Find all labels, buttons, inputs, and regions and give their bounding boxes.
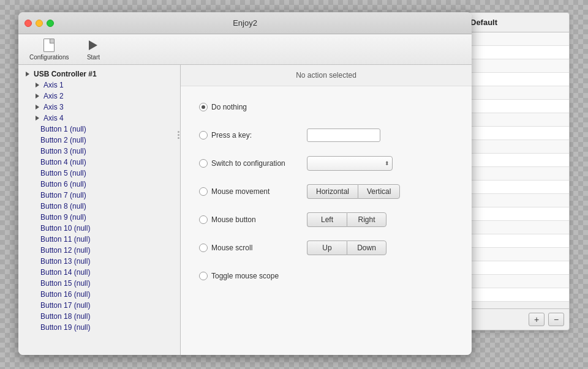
window-title: Enjoy2 xyxy=(233,18,257,28)
right-panel-row xyxy=(463,181,569,194)
btn16-label: Button 16 (null) xyxy=(40,290,90,299)
toggle-mouse-scope-radio-group[interactable]: Toggle mouse scope xyxy=(199,272,297,280)
sidebar-item-axis4[interactable]: Axis 4 xyxy=(18,113,180,124)
start-icon xyxy=(86,38,100,53)
axis4-triangle xyxy=(36,116,39,121)
btn18-label: Button 18 (null) xyxy=(40,312,90,321)
sidebar-item-btn14[interactable]: Button 14 (null) xyxy=(18,267,180,278)
btn6-label: Button 6 (null) xyxy=(40,180,86,188)
minimize-button[interactable] xyxy=(36,20,43,27)
config-select-arrow-icon: ⬍ xyxy=(385,160,390,166)
sidebar-item-btn9[interactable]: Button 9 (null) xyxy=(18,212,180,223)
mouse-scroll-row: Mouse scroll Up Down xyxy=(199,239,453,256)
sidebar: USB Controller #1 Axis 1 Axis 2 Axis 3 A… xyxy=(18,65,181,355)
btn3-label: Button 3 (null) xyxy=(40,147,86,155)
btn5-label: Button 5 (null) xyxy=(40,169,86,177)
down-button[interactable]: Down xyxy=(347,240,386,255)
sidebar-item-btn1[interactable]: Button 1 (null) xyxy=(18,124,180,135)
mouse-movement-row: Mouse movement Horizontal Vertical xyxy=(199,183,453,200)
key-input[interactable] xyxy=(307,129,380,142)
btn19-label: Button 19 (null) xyxy=(40,323,90,332)
do-nothing-radio-group[interactable]: Do nothing xyxy=(199,103,297,111)
btn9-label: Button 9 (null) xyxy=(40,213,86,222)
traffic-lights xyxy=(24,20,54,27)
mouse-button-controls: Left Right xyxy=(307,212,386,227)
configurations-icon xyxy=(42,38,56,53)
configurations-button[interactable]: Configurations xyxy=(26,35,72,63)
mouse-movement-radio-group[interactable]: Mouse movement xyxy=(199,187,297,196)
configurations-label: Configurations xyxy=(29,54,69,61)
right-panel-row xyxy=(463,221,569,234)
right-panel-row xyxy=(463,248,569,261)
close-button[interactable] xyxy=(24,20,32,27)
sidebar-item-btn6[interactable]: Button 6 (null) xyxy=(18,179,180,190)
up-button[interactable]: Up xyxy=(307,240,347,255)
mouse-scroll-controls: Up Down xyxy=(307,240,386,255)
mouse-button-radio-group[interactable]: Mouse button xyxy=(199,215,297,224)
config-select[interactable]: ⬍ xyxy=(307,156,393,171)
right-panel-row xyxy=(463,127,569,140)
resize-dot xyxy=(178,134,179,136)
controller-triangle xyxy=(26,72,29,76)
sidebar-item-btn15[interactable]: Button 15 (null) xyxy=(18,278,180,289)
sidebar-item-btn16[interactable]: Button 16 (null) xyxy=(18,289,180,300)
switch-config-radio-group[interactable]: Switch to configuration xyxy=(199,159,297,168)
sidebar-item-btn5[interactable]: Button 5 (null) xyxy=(18,168,180,179)
toggle-mouse-scope-radio[interactable] xyxy=(199,272,208,280)
sidebar-item-btn11[interactable]: Button 11 (null) xyxy=(18,234,180,245)
sidebar-item-btn8[interactable]: Button 8 (null) xyxy=(18,201,180,212)
start-button[interactable]: Start xyxy=(82,35,104,63)
mouse-movement-radio[interactable] xyxy=(199,187,208,196)
toggle-mouse-scope-label: Toggle mouse scope xyxy=(211,272,279,280)
right-panel-row xyxy=(463,154,569,167)
mouse-scroll-radio[interactable] xyxy=(199,244,208,252)
switch-config-radio[interactable] xyxy=(199,159,208,168)
sidebar-resize-handle[interactable] xyxy=(176,125,181,144)
press-key-row: Press a key: xyxy=(199,127,453,144)
horizontal-button[interactable]: Horizontal xyxy=(307,184,358,199)
btn2-label: Button 2 (null) xyxy=(40,136,86,144)
press-key-radio-group[interactable]: Press a key: xyxy=(199,131,297,140)
toggle-mouse-scope-row: Toggle mouse scope xyxy=(199,267,453,285)
remove-config-button[interactable]: − xyxy=(548,313,564,326)
controller-item[interactable]: USB Controller #1 xyxy=(18,69,180,80)
maximize-button[interactable] xyxy=(47,20,54,27)
btn14-label: Button 14 (null) xyxy=(40,268,90,277)
right-panel-row xyxy=(463,113,569,127)
sidebar-item-axis2[interactable]: Axis 2 xyxy=(18,91,180,102)
right-panel: Default + − xyxy=(462,12,570,330)
btn1-label: Button 1 (null) xyxy=(40,125,86,133)
sidebar-item-axis1[interactable]: Axis 1 xyxy=(18,80,180,91)
sidebar-item-axis3[interactable]: Axis 3 xyxy=(18,102,180,113)
left-button[interactable]: Left xyxy=(307,212,347,227)
mouse-button-radio[interactable] xyxy=(199,215,208,224)
right-panel-row xyxy=(463,32,569,46)
switch-config-label: Switch to configuration xyxy=(211,159,285,168)
sidebar-item-btn18[interactable]: Button 18 (null) xyxy=(18,311,180,322)
resize-dot xyxy=(178,137,179,139)
axis2-triangle xyxy=(36,94,39,99)
btn4-label: Button 4 (null) xyxy=(40,158,86,166)
sidebar-item-btn3[interactable]: Button 3 (null) xyxy=(18,146,180,157)
mouse-scroll-radio-group[interactable]: Mouse scroll xyxy=(199,244,297,252)
right-panel-row xyxy=(463,275,569,288)
sidebar-item-btn2[interactable]: Button 2 (null) xyxy=(18,135,180,146)
press-key-radio[interactable] xyxy=(199,131,208,140)
action-panel: No action selected Do nothing Press a ke… xyxy=(181,65,472,355)
sidebar-item-btn12[interactable]: Button 12 (null) xyxy=(18,245,180,256)
do-nothing-radio[interactable] xyxy=(199,103,208,111)
right-panel-row xyxy=(463,59,569,73)
sidebar-item-btn13[interactable]: Button 13 (null) xyxy=(18,256,180,267)
add-config-button[interactable]: + xyxy=(529,313,545,326)
mouse-button-label: Mouse button xyxy=(211,215,256,224)
btn17-label: Button 17 (null) xyxy=(40,301,90,310)
right-button[interactable]: Right xyxy=(347,212,386,227)
sidebar-item-btn19[interactable]: Button 19 (null) xyxy=(18,322,180,333)
sidebar-item-btn4[interactable]: Button 4 (null) xyxy=(18,157,180,168)
sidebar-item-btn7[interactable]: Button 7 (null) xyxy=(18,190,180,201)
sidebar-item-btn17[interactable]: Button 17 (null) xyxy=(18,300,180,311)
sidebar-item-btn10[interactable]: Button 10 (null) xyxy=(18,223,180,234)
vertical-button[interactable]: Vertical xyxy=(358,184,400,199)
btn12-label: Button 12 (null) xyxy=(40,246,90,255)
mouse-movement-label: Mouse movement xyxy=(211,187,270,196)
